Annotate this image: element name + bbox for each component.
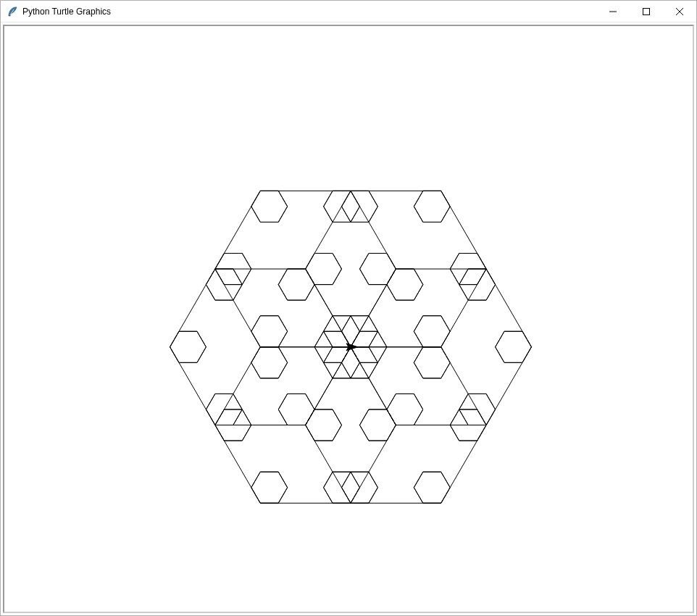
close-button[interactable]: [663, 1, 696, 22]
turtle-canvas: [4, 26, 693, 612]
minimize-icon: [609, 8, 617, 15]
close-icon: [676, 8, 683, 15]
minimize-button[interactable]: [596, 1, 630, 22]
app-window: Python Turtle Graphics: [0, 0, 697, 616]
window-controls: [596, 1, 696, 22]
feather-icon: [7, 6, 18, 17]
window-title: Python Turtle Graphics: [22, 1, 111, 22]
svg-rect-1: [643, 8, 650, 14]
maximize-icon: [643, 8, 650, 15]
canvas-frame: [3, 25, 694, 613]
maximize-button[interactable]: [630, 1, 663, 22]
titlebar[interactable]: Python Turtle Graphics: [1, 1, 696, 22]
client-area: [1, 22, 696, 615]
